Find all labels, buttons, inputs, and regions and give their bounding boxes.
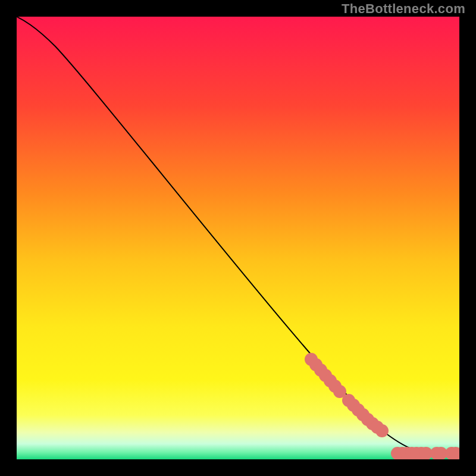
chart-frame: TheBottleneck.com xyxy=(0,0,476,476)
markers-lower-group xyxy=(391,447,459,459)
chart-svg xyxy=(17,17,459,459)
attribution-text: TheBottleneck.com xyxy=(342,1,465,17)
marker-dot xyxy=(375,424,389,437)
gradient-background xyxy=(17,17,459,459)
plot-area xyxy=(17,17,459,459)
